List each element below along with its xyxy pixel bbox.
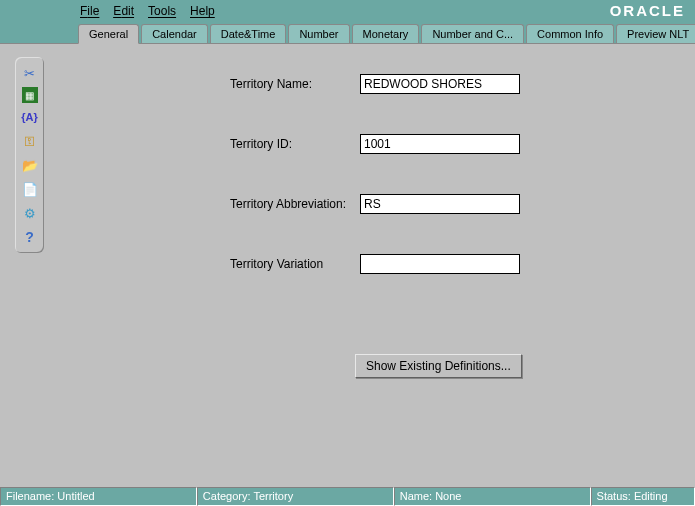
menubar: File Edit Tools Help ORACLE [0,0,695,22]
territory-name-label: Territory Name: [80,77,360,91]
status-category: Category: Territory [197,487,394,506]
tab-preview[interactable]: Preview NLT [616,24,695,43]
tool-folder-icon[interactable]: 📂 [20,155,40,175]
territory-var-input[interactable] [360,254,520,274]
territory-abbr-label: Territory Abbreviation: [80,197,360,211]
row-territory-abbr: Territory Abbreviation: [80,194,675,214]
territory-var-label: Territory Variation [80,257,360,271]
status-bar: Filename: Untitled Category: Territory N… [0,487,695,506]
side-toolbar: ✂ ▦ {A} ⚿ 📂 📄 ⚙ ? [15,57,44,253]
menu-file[interactable]: File [80,4,99,18]
tab-numberc[interactable]: Number and C... [421,24,524,43]
status-name: Name: None [394,487,591,506]
menu-tools[interactable]: Tools [148,4,176,18]
tab-common[interactable]: Common Info [526,24,614,43]
tab-datetime[interactable]: Date&Time [210,24,287,43]
tool-document-icon[interactable]: ▦ [22,87,38,103]
tool-note-icon[interactable]: 📄 [20,179,40,199]
tab-row: General Calendar Date&Time Number Moneta… [0,22,695,44]
menu-help[interactable]: Help [190,4,215,18]
tool-gear-icon[interactable]: ⚙ [20,203,40,223]
status-filename: Filename: Untitled [0,487,197,506]
tool-help-icon[interactable]: ? [20,227,40,247]
status-state: Status: Editing [591,487,695,506]
show-existing-button[interactable]: Show Existing Definitions... [355,354,522,378]
territory-name-input[interactable] [360,74,520,94]
row-territory-var: Territory Variation [80,254,675,274]
territory-id-input[interactable] [360,134,520,154]
row-territory-id: Territory ID: [80,134,675,154]
tab-general[interactable]: General [78,24,139,44]
tab-number[interactable]: Number [288,24,349,43]
content-area: ✂ ▦ {A} ⚿ 📂 📄 ⚙ ? Territory Name: Territ… [0,44,695,487]
territory-abbr-input[interactable] [360,194,520,214]
form-area: Territory Name: Territory ID: Territory … [80,74,675,378]
brand-logo: ORACLE [610,2,685,19]
tool-scissors-icon[interactable]: ✂ [20,63,40,83]
tab-monetary[interactable]: Monetary [352,24,420,43]
tool-key-icon[interactable]: ⚿ [20,131,40,151]
tool-braces-icon[interactable]: {A} [20,107,40,127]
territory-id-label: Territory ID: [80,137,360,151]
menu-edit[interactable]: Edit [113,4,134,18]
row-territory-name: Territory Name: [80,74,675,94]
tab-calendar[interactable]: Calendar [141,24,208,43]
